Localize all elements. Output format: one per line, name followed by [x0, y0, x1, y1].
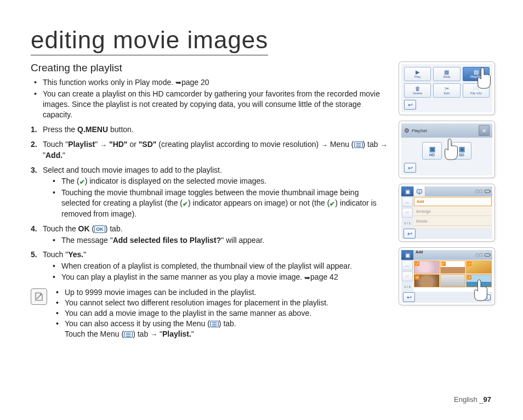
text: button. [108, 125, 134, 134]
screen-qmenu: ▶Play ▦Slide ▤PlaySet 🗑Delete ✂Edit 📄Fil… [399, 62, 494, 115]
label: PlaySet [470, 75, 482, 78]
slide-icon: ▦ [444, 70, 449, 75]
movie-tab[interactable]: ▣ [401, 250, 413, 260]
text: or [128, 140, 139, 149]
step-item: Touch the OK (OK) tab. The message "Add … [31, 224, 388, 246]
thumbnail[interactable] [466, 260, 492, 274]
thumbnail[interactable] [414, 274, 440, 287]
label: SD [459, 153, 464, 157]
ok-icon: OK [94, 225, 105, 233]
text: "SD" [139, 140, 157, 149]
label: Slide [443, 75, 450, 78]
label: File Info [470, 92, 482, 95]
hd-option-button[interactable]: ▣HD [422, 142, 442, 160]
qmenu-play-button[interactable]: ▶Play [404, 67, 431, 81]
thumbnail[interactable] [414, 260, 440, 274]
text: " [157, 330, 162, 338]
text: Press the [43, 125, 77, 134]
scroll-up-button[interactable]: ︿ [402, 197, 413, 207]
screen-add-thumbnails: ▣ Add ▢▢ ︿ ﹀ 1 / 2 [399, 248, 494, 305]
scroll-down-button[interactable]: ﹀ [402, 208, 413, 218]
note-content: Up to 9999 movie images can be included … [53, 287, 328, 339]
movie-tab[interactable]: ▣ [401, 186, 413, 196]
arrow-right-icon [150, 329, 157, 339]
section-title: Creating the playlist [31, 61, 388, 75]
check-icon [415, 262, 419, 266]
label: Play [414, 75, 421, 78]
check-icon [467, 275, 471, 280]
menu-icon [354, 141, 363, 148]
close-button[interactable]: ✕ [479, 125, 490, 136]
qmenu-playset-button[interactable]: ▤PlaySet [463, 67, 490, 81]
text: Select and touch movie images to add to … [43, 166, 222, 174]
text-column: Creating the playlist This function work… [31, 61, 388, 339]
text: " will appear. [221, 236, 264, 245]
return-button[interactable]: ↩ [404, 163, 416, 173]
text: Touch " [43, 250, 68, 259]
arrow-right-icon [100, 140, 107, 150]
scroll-down-button[interactable]: ﹀ [402, 271, 413, 281]
screen-playset: ⚙PlaySet ✕ ▣HD ▣SD ↩ [399, 121, 494, 178]
step-item: Touch "Playlist" "HD" or "SD" (creating … [31, 139, 388, 161]
text: ) tab. [105, 224, 123, 233]
screenshots-column: ▶Play ▦Slide ▤PlaySet 🗑Delete ✂Edit 📄Fil… [399, 61, 494, 339]
text: The ( [61, 177, 79, 185]
text: ) tab. [219, 319, 236, 328]
menu-tab[interactable] [413, 186, 425, 196]
ok-button[interactable]: OK [480, 294, 491, 300]
thumbnail[interactable] [466, 274, 492, 287]
battery-icon [485, 253, 490, 257]
return-button[interactable]: ↩ [403, 292, 415, 302]
arrow-right-icon [321, 140, 328, 150]
intro-list: This function works only in Play mode. p… [31, 77, 388, 120]
qmenu-fileinfo-button[interactable]: 📄File Info [463, 83, 490, 98]
page-footer: English _97 [454, 395, 491, 404]
text: (creating playlist according to movie re… [156, 140, 321, 149]
text: "HD" [107, 140, 127, 149]
text: You can play a playlist in the same mann… [61, 273, 304, 281]
check-icon [329, 198, 335, 209]
film-icon: ▣ [459, 145, 465, 153]
note-box: Up to 9999 movie images can be included … [31, 287, 388, 339]
label: Edit [444, 92, 450, 95]
text: Touch the [43, 224, 78, 233]
check-icon [467, 262, 471, 266]
sub-item: You can play a playlist in the same mann… [52, 272, 388, 283]
return-button[interactable]: ↩ [403, 229, 416, 239]
label: PlaySet [412, 128, 427, 133]
sd-option-button[interactable]: ▣SD [452, 142, 471, 160]
text: Touch the Menu ( [65, 330, 124, 338]
sub-list: The message "Add selected files to Playl… [43, 235, 388, 246]
menu-item-add[interactable]: Add [414, 197, 492, 206]
menu-item-delete[interactable]: Delete [414, 217, 492, 226]
qmenu-slide-button[interactable]: ▦Slide [433, 67, 460, 81]
note-list: Up to 9999 movie images can be included … [53, 287, 328, 329]
arrow-right-icon [380, 140, 387, 150]
thumbnail[interactable] [440, 274, 466, 287]
screen-title: ⚙PlaySet [404, 127, 427, 134]
sub-item: The () indicator is displayed on the sel… [52, 176, 388, 187]
text: Yes. [68, 250, 83, 259]
card-icon: ▢▢ [475, 253, 483, 257]
qmenu-delete-button[interactable]: 🗑Delete [404, 83, 431, 98]
file-icon: 📄 [473, 86, 479, 92]
steps-list: Press the Q.MENU button. Touch "Playlist… [31, 124, 388, 283]
step-item: Select and touch movie images to add to … [31, 165, 388, 219]
text: The message " [61, 236, 113, 245]
text: ) indicator is displayed on the selected… [85, 177, 267, 185]
text: ) tab [363, 140, 380, 149]
thumbnail[interactable] [440, 260, 466, 274]
text: " [95, 140, 100, 149]
playset-icon: ▤ [474, 70, 479, 75]
qmenu-edit-button[interactable]: ✂Edit [433, 83, 460, 98]
page-count: 1 / 1 [401, 218, 413, 228]
text: page 42 [310, 273, 338, 281]
return-button[interactable]: ↩ [404, 100, 416, 110]
scroll-up-button[interactable]: ︿ [402, 260, 413, 270]
note-item: You can add a movie image to the playlis… [53, 308, 328, 319]
menu-item-arrange[interactable]: Arrange [414, 207, 492, 216]
play-icon: ▶ [416, 70, 420, 75]
text: Playlist. [162, 330, 191, 338]
page-count: 1 / 2 [401, 282, 413, 292]
screen-title: Add [413, 250, 423, 260]
